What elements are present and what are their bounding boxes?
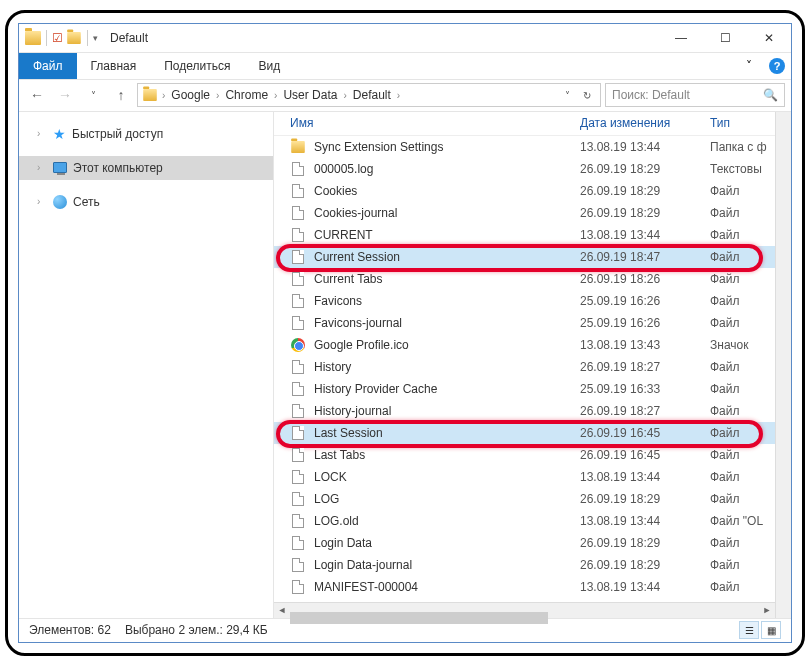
file-row[interactable]: LOG26.09.19 18:29Файл: [274, 488, 775, 510]
minimize-button[interactable]: ―: [659, 24, 703, 52]
breadcrumb-item[interactable]: User Data: [281, 88, 339, 102]
breadcrumb-item[interactable]: Default: [351, 88, 393, 102]
file-list[interactable]: Sync Extension Settings13.08.19 13:44Пап…: [274, 136, 775, 602]
qat-dropdown-icon[interactable]: ▾: [93, 33, 98, 43]
horizontal-scrollbar[interactable]: ◄ ►: [274, 602, 775, 618]
file-row[interactable]: Google Profile.ico13.08.19 13:43Значок: [274, 334, 775, 356]
breadcrumb-item[interactable]: Google: [169, 88, 212, 102]
nav-this-pc[interactable]: › Этот компьютер: [19, 156, 273, 180]
ribbon: Файл Главная Поделиться Вид ˅ ?: [19, 52, 791, 80]
scroll-left-button[interactable]: ◄: [274, 602, 290, 618]
file-row[interactable]: History-journal26.09.19 18:27Файл: [274, 400, 775, 422]
forward-button[interactable]: →: [53, 83, 77, 107]
file-tab[interactable]: Файл: [19, 53, 77, 79]
nav-quick-access[interactable]: › ★ Быстрый доступ: [19, 122, 273, 146]
file-type: Значок: [710, 338, 775, 352]
file-type: Файл: [710, 426, 775, 440]
qat-newfolder-icon[interactable]: [67, 32, 81, 44]
file-type: Файл "OL: [710, 514, 775, 528]
chevron-right-icon[interactable]: ›: [37, 196, 47, 207]
file-icon: [290, 271, 306, 287]
file-row[interactable]: Last Session26.09.19 16:45Файл: [274, 422, 775, 444]
window-title: Default: [104, 31, 659, 45]
status-selection: Выбрано 2 элем.: 29,4 КБ: [125, 623, 268, 637]
file-type: Файл: [710, 382, 775, 396]
file-row[interactable]: LOG.old13.08.19 13:44Файл "OL: [274, 510, 775, 532]
qat-props-icon[interactable]: ☑: [52, 31, 63, 45]
search-icon[interactable]: 🔍: [763, 88, 778, 102]
file-row[interactable]: History26.09.19 18:27Файл: [274, 356, 775, 378]
file-row[interactable]: Favicons25.09.19 16:26Файл: [274, 290, 775, 312]
file-icon: [290, 205, 306, 221]
column-type[interactable]: Тип: [710, 116, 775, 130]
file-row[interactable]: CURRENT13.08.19 13:44Файл: [274, 224, 775, 246]
maximize-button[interactable]: ☐: [703, 24, 747, 52]
breadcrumb-item[interactable]: Chrome: [223, 88, 270, 102]
file-date: 25.09.19 16:26: [580, 316, 710, 330]
column-date[interactable]: Дата изменения: [580, 116, 710, 130]
ribbon-tab-view[interactable]: Вид: [244, 53, 294, 79]
ribbon-tab-home[interactable]: Главная: [77, 53, 151, 79]
chevron-right-icon[interactable]: ›: [216, 90, 219, 101]
chrome-icon: [290, 337, 306, 353]
address-folder-icon: [143, 89, 157, 101]
file-date: 13.08.19 13:44: [580, 470, 710, 484]
expand-ribbon-button[interactable]: ˅: [735, 53, 763, 79]
address-dropdown[interactable]: ˅: [558, 86, 576, 104]
titlebar[interactable]: ☑ ▾ Default ― ☐ ✕: [19, 24, 791, 52]
file-row[interactable]: Cookies-journal26.09.19 18:29Файл: [274, 202, 775, 224]
file-row[interactable]: Sync Extension Settings13.08.19 13:44Пап…: [274, 136, 775, 158]
vertical-scrollbar[interactable]: [775, 112, 791, 618]
file-name: LOG: [314, 492, 580, 506]
file-name: MANIFEST-000004: [314, 580, 580, 594]
file-date: 13.08.19 13:43: [580, 338, 710, 352]
file-icon: [290, 469, 306, 485]
file-date: 25.09.19 16:33: [580, 382, 710, 396]
file-row[interactable]: Cookies26.09.19 18:29Файл: [274, 180, 775, 202]
scroll-thumb[interactable]: [290, 612, 548, 624]
file-icon: [290, 513, 306, 529]
file-row[interactable]: Login Data-journal26.09.19 18:29Файл: [274, 554, 775, 576]
file-row[interactable]: Current Tabs26.09.19 18:26Файл: [274, 268, 775, 290]
file-icon: [290, 183, 306, 199]
scroll-right-button[interactable]: ►: [759, 602, 775, 618]
column-name[interactable]: Имя: [290, 116, 580, 130]
chevron-right-icon[interactable]: ›: [274, 90, 277, 101]
ribbon-tab-share[interactable]: Поделиться: [150, 53, 244, 79]
file-date: 13.08.19 13:44: [580, 514, 710, 528]
icons-view-button[interactable]: ▦: [761, 621, 781, 639]
file-row[interactable]: LOCK13.08.19 13:44Файл: [274, 466, 775, 488]
back-button[interactable]: ←: [25, 83, 49, 107]
star-icon: ★: [53, 126, 66, 142]
address-row: ← → ˅ ↑ › Google › Chrome › User Data › …: [19, 80, 791, 112]
file-icon: [290, 491, 306, 507]
chevron-right-icon[interactable]: ›: [162, 90, 165, 101]
address-bar[interactable]: › Google › Chrome › User Data › Default …: [137, 83, 601, 107]
file-name: LOCK: [314, 470, 580, 484]
file-row[interactable]: MANIFEST-00000413.08.19 13:44Файл: [274, 576, 775, 598]
details-view-button[interactable]: ☰: [739, 621, 759, 639]
file-name: Sync Extension Settings: [314, 140, 580, 154]
file-name: Current Session: [314, 250, 580, 264]
nav-network[interactable]: › Сеть: [19, 190, 273, 214]
chevron-right-icon[interactable]: ›: [397, 90, 400, 101]
file-row[interactable]: Last Tabs26.09.19 16:45Файл: [274, 444, 775, 466]
file-row[interactable]: History Provider Cache25.09.19 16:33Файл: [274, 378, 775, 400]
file-row[interactable]: 000005.log26.09.19 18:29Текстовы: [274, 158, 775, 180]
search-input[interactable]: Поиск: Default 🔍: [605, 83, 785, 107]
file-type: Текстовы: [710, 162, 775, 176]
file-type: Файл: [710, 580, 775, 594]
refresh-button[interactable]: ↻: [578, 86, 596, 104]
close-button[interactable]: ✕: [747, 24, 791, 52]
chevron-right-icon[interactable]: ›: [343, 90, 346, 101]
file-row[interactable]: Current Session26.09.19 18:47Файл: [274, 246, 775, 268]
chevron-right-icon[interactable]: ›: [37, 128, 47, 139]
file-type: Файл: [710, 558, 775, 572]
chevron-right-icon[interactable]: ›: [37, 162, 47, 173]
help-button[interactable]: ?: [763, 53, 791, 79]
file-row[interactable]: Favicons-journal25.09.19 16:26Файл: [274, 312, 775, 334]
file-row[interactable]: Login Data26.09.19 18:29Файл: [274, 532, 775, 554]
recent-dropdown[interactable]: ˅: [81, 83, 105, 107]
up-button[interactable]: ↑: [109, 83, 133, 107]
file-type: Файл: [710, 228, 775, 242]
